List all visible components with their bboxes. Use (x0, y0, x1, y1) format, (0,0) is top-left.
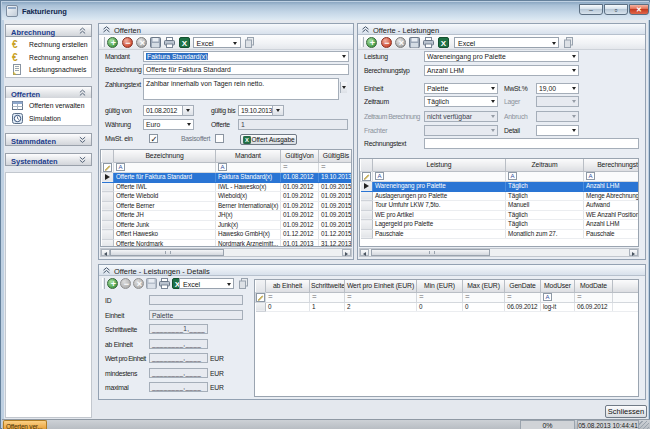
filter-cell[interactable]: = (266, 292, 310, 302)
column-header-moduser[interactable]: ModUser (541, 280, 575, 292)
table-row[interactable]: Wareneingang pro PaletteTäglichAnzahl LH… (361, 181, 640, 191)
table-row[interactable]: Offerte für Faktura StandardFaktura Stan… (102, 172, 353, 182)
table-row[interactable]: Offerte BernerBerner International(x)01.… (102, 201, 353, 211)
table-row[interactable]: PauschaleMonatlich zum 27.Pauschale (361, 229, 640, 239)
mandant-combo[interactable]: Faktura Standard(x) (143, 51, 349, 62)
cell[interactable]: Offerte IWL (114, 182, 216, 192)
column-header-wert-pro-einheit-eur-[interactable]: Wert pro Einheit (EUR) (345, 280, 417, 292)
export-format-combo[interactable]: Excel (193, 37, 241, 48)
scroll-thumb[interactable] (371, 249, 490, 256)
cell[interactable]: 01.09.2012 (281, 192, 319, 202)
cell[interactable]: 06.09.2012 (575, 302, 613, 312)
cell[interactable]: Anzahl LHM (584, 220, 640, 230)
panel-leistungen-header[interactable]: Offerte - Leistungen (358, 24, 645, 35)
cell[interactable]: Monatlich zum 27. (506, 229, 584, 239)
cell[interactable]: Anzahl LHM (584, 181, 640, 191)
cell[interactable]: Pauschale (373, 229, 506, 239)
zahlungstext-dropdown-button[interactable] (340, 82, 347, 93)
add-button[interactable]: + (366, 37, 377, 48)
taskbar-tab-offerten[interactable]: Offerten ver... (3, 420, 47, 429)
filter-cell[interactable]: A (506, 171, 584, 181)
cell[interactable]: Hawesko GmbH(x) (216, 230, 281, 240)
delete-button[interactable]: − (381, 37, 392, 48)
save-icon[interactable] (150, 37, 161, 48)
cell[interactable]: Wiebold(x) (216, 192, 281, 202)
sidebar-item-rechnung-ansehen[interactable]: € Rechnung ansehen (6, 51, 91, 64)
leistungen-grid[interactable]: LeistungZeitraumBerechnungstypAAAWarenei… (359, 158, 639, 247)
panel-details-header[interactable]: Offerte - Leistungen - Details (99, 265, 645, 276)
cell[interactable]: log-it (541, 302, 575, 312)
cell[interactable]: 2 (345, 302, 417, 312)
column-header-berechnungstyp[interactable]: Berechnungstyp (584, 159, 640, 171)
bezeichnung-input[interactable]: Offerte für Faktura Standard (143, 64, 349, 75)
table-row[interactable]: Offert HaweskoHawesko GmbH(x)01.12.20120… (102, 230, 353, 240)
table-row[interactable]: Offerte IWLIWL - Hawesko(x)01.09.201201.… (102, 182, 353, 192)
wert-pro-einheit-field[interactable]: ________,____ (149, 353, 208, 363)
print-icon[interactable] (164, 37, 175, 48)
gueltig-bis-date[interactable]: 19.10.2013 (238, 105, 284, 116)
cell[interactable]: 01.09.2012 (281, 211, 319, 221)
filter-edit-icon[interactable] (102, 162, 114, 172)
basisoffert-checkbox[interactable] (215, 134, 224, 143)
excel-icon[interactable]: X (438, 37, 449, 48)
cell[interactable]: Aufwand (584, 201, 640, 211)
add-button[interactable]: + (107, 278, 118, 289)
column-header-ab-einheit[interactable]: ab Einheit (266, 280, 310, 292)
add-button[interactable]: + (107, 37, 118, 48)
filter-cell[interactable]: = (575, 292, 613, 302)
zahlungstext-input[interactable]: Zahlbar innerhalb von Tagen rein netto. (143, 78, 339, 100)
cell[interactable]: Auslagerungen pro Palette (373, 191, 506, 201)
print-icon[interactable] (423, 37, 434, 48)
excel-icon[interactable]: X (179, 37, 190, 48)
cell[interactable]: Wareneingang pro Palette (373, 181, 506, 191)
table-row[interactable]: WE pro ArtikelTäglichWE Anzahl Positione (361, 210, 640, 220)
cell[interactable]: Nordmark Arzneimitt... (216, 239, 281, 247)
dock-pin-icon[interactable] (103, 26, 110, 33)
waehrung-combo[interactable]: Euro (143, 119, 194, 130)
cell[interactable]: Berner International(x) (216, 201, 281, 211)
copy-icon[interactable] (244, 37, 255, 48)
sidebar-item-simulation[interactable]: Simulation (6, 112, 91, 125)
cell[interactable]: 01.01.2013 (281, 239, 319, 247)
cell[interactable]: Faktura Standard(x) (216, 172, 281, 182)
leistungen-grid-hscrollbar[interactable] (359, 248, 639, 257)
offerten-grid-hscrollbar[interactable] (100, 248, 352, 257)
leistung-combo[interactable]: Wareneingang pro Palette (424, 51, 579, 62)
column-header-moddate[interactable]: ModDate (575, 280, 613, 292)
scroll-right-button[interactable] (629, 249, 638, 256)
scroll-left-button[interactable] (101, 249, 110, 256)
filter-edit-icon[interactable] (256, 292, 266, 302)
cell[interactable]: Junk(x) (216, 220, 281, 230)
delete-button[interactable]: − (122, 37, 133, 48)
table-row[interactable]: Offerte WieboldWiebold(x)01.09.201201.09… (102, 192, 353, 202)
maximal-field[interactable]: ________,____ (149, 382, 208, 392)
cell[interactable]: Manuell (506, 201, 584, 211)
filter-cell[interactable]: = (463, 292, 505, 302)
schrittweite-field[interactable]: ________1,____ (149, 324, 208, 334)
cell[interactable]: WE Anzahl Positione (584, 210, 640, 220)
ab-einheit-field[interactable]: ________,____ (149, 339, 208, 349)
cell[interactable]: 01.12.2015 (319, 230, 353, 240)
cancel-button[interactable]: × (136, 37, 147, 48)
cell[interactable]: 01.09.2015 (319, 201, 353, 211)
cell[interactable]: Offerte für Faktura Standard (114, 172, 216, 182)
copy-icon[interactable] (563, 37, 574, 48)
offerten-grid[interactable]: BezeichnungMandantGültigVonGültigBisAA==… (100, 149, 352, 247)
table-row[interactable]: Offerte JunkJunk(x)01.09.201201.09.2015 (102, 220, 353, 230)
export-format-combo[interactable]: Excel (454, 37, 559, 48)
sidebar-item-rechnung-erstellen[interactable]: € Rechnung erstellen (6, 38, 91, 51)
column-header-leistung[interactable]: Leistung (373, 159, 506, 171)
column-header-bezeichnung[interactable]: Bezeichnung (114, 150, 216, 162)
filter-cell[interactable]: = (281, 162, 319, 172)
cell[interactable]: Pauschale (584, 229, 640, 239)
filter-cell[interactable]: = (417, 292, 463, 302)
cell[interactable]: Offerte Berner (114, 201, 216, 211)
detail-combo[interactable] (536, 125, 579, 136)
cell[interactable]: 01.09.2015 (319, 211, 353, 221)
cell[interactable]: 01.08.2012 (281, 172, 319, 182)
table-row[interactable]: Tour Umfuhr LKW 7,5to.ManuellAufwand (361, 201, 640, 211)
sidebar-item-offerten-verwalten[interactable]: Offerten verwalten (6, 99, 91, 112)
cell[interactable]: 06.09.2012 (505, 302, 541, 312)
maximize-button[interactable]: ▫ (604, 4, 628, 15)
print-icon[interactable] (159, 278, 170, 289)
